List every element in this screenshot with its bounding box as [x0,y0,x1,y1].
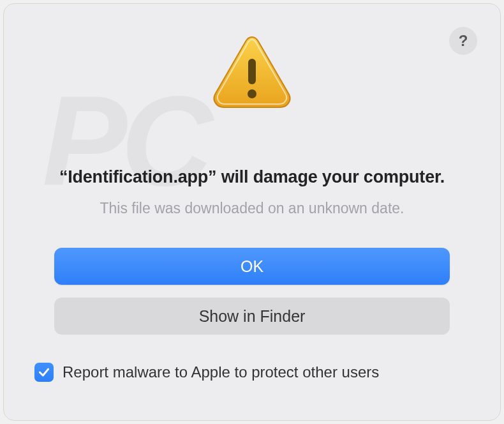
gatekeeper-dialog: PC ? “Identification.app” will damage yo… [3,3,501,421]
dialog-subtitle: This file was downloaded on an unknown d… [100,200,404,217]
dialog-title: “Identification.app” will damage your co… [59,167,445,187]
report-malware-label: Report malware to Apple to protect other… [63,363,379,381]
button-group: OK Show in Finder [54,248,450,335]
show-in-finder-label: Show in Finder [199,307,306,326]
svg-rect-0 [248,59,256,84]
help-button[interactable]: ? [449,27,477,55]
warning-icon [211,32,293,115]
show-in-finder-button[interactable]: Show in Finder [54,298,450,335]
checkmark-icon [38,366,50,379]
report-malware-checkbox[interactable] [34,363,54,382]
ok-button[interactable]: OK [54,248,450,285]
svg-point-1 [248,89,256,98]
help-icon: ? [459,32,468,50]
ok-button-label: OK [241,257,263,276]
report-malware-row: Report malware to Apple to protect other… [29,363,476,382]
